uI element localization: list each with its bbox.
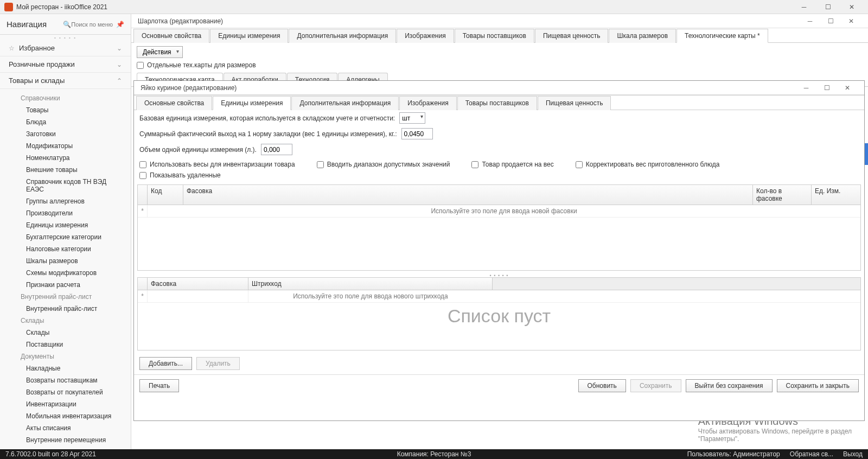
checkbox-byweight-input[interactable]: [471, 161, 478, 168]
dtab-basic[interactable]: Основные свойства: [136, 96, 212, 110]
tab-units[interactable]: Единицы измерения: [210, 29, 288, 43]
dtab-images[interactable]: Изображения: [399, 96, 456, 110]
item-mobinv[interactable]: Мобильная инвентаризация: [0, 410, 131, 422]
item-alrg[interactable]: Группы аллергенов: [0, 195, 131, 207]
dtab-nutri[interactable]: Пищевая ценность: [538, 96, 611, 110]
sidebar-goods[interactable]: Товары и склады ⌃: [0, 73, 131, 89]
item-ext[interactable]: Внешние товары: [0, 164, 131, 176]
col2-pack[interactable]: Фасовка: [148, 278, 248, 290]
dialog-close-button[interactable]: ✕: [837, 81, 858, 94]
item-mods[interactable]: Модификаторы: [0, 140, 131, 152]
chevron-down-icon: ⌄: [117, 61, 122, 68]
item-preps[interactable]: Заготовки: [0, 128, 131, 140]
item-supp[interactable]: Поставщики: [0, 339, 131, 350]
item-intpl[interactable]: Внутренний прайс-лист: [0, 303, 131, 315]
checkbox-byweight[interactable]: Товар продается на вес: [471, 161, 553, 168]
item-invoices[interactable]: Накладные: [0, 362, 131, 374]
tab-images[interactable]: Изображения: [397, 29, 454, 43]
checkbox-adjustweight-input[interactable]: [576, 161, 583, 168]
checkbox-showdeleted[interactable]: Показывать удаленные: [139, 171, 221, 179]
checkbox-showdeleted-input[interactable]: [139, 172, 146, 179]
save-button[interactable]: Сохранить: [630, 379, 681, 392]
sidebar-favorites[interactable]: ☆ Избранное ⌄: [0, 40, 131, 56]
col-unit[interactable]: Ед. Изм.: [812, 185, 860, 205]
actions-dropdown[interactable]: Действия: [137, 46, 183, 58]
new-barcode-hint[interactable]: Используйте это поле для ввода нового шт…: [248, 290, 493, 302]
checkbox-scales-input[interactable]: [139, 161, 146, 168]
tab-nutri[interactable]: Пищевая ценность: [535, 29, 609, 43]
sidebar-retail[interactable]: Розничные продажи ⌄: [0, 56, 131, 73]
close-button[interactable]: ✕: [840, 0, 864, 14]
status-feedback[interactable]: Обратная св...: [790, 450, 833, 458]
item-retsup[interactable]: Возвраты поставщикам: [0, 374, 131, 386]
status-version: 7.6.7002.0 built on 28 Apr 2021: [5, 450, 96, 458]
dialog-title: Яйко куриное (редактирование): [141, 84, 796, 92]
dtab-units[interactable]: Единицы измерения: [213, 96, 291, 110]
maximize-button[interactable]: ☐: [816, 0, 840, 14]
select-baseunit[interactable]: [399, 112, 425, 124]
dtab-suppgoods[interactable]: Товары поставщиков: [457, 96, 537, 110]
sidebar-search-label[interactable]: Поиск по меню: [71, 21, 113, 28]
refresh-button[interactable]: Обновить: [578, 379, 626, 392]
drag-handle[interactable]: • • • • •: [0, 35, 131, 40]
tab-techcards[interactable]: Технологические карты *: [676, 29, 768, 43]
doc-close-button[interactable]: ✕: [841, 15, 861, 28]
input-volume[interactable]: [261, 144, 292, 155]
doc-maximize-button[interactable]: ☐: [820, 15, 841, 28]
item-units[interactable]: Единицы измерения: [0, 219, 131, 231]
item-scales[interactable]: Шкалы размеров: [0, 255, 131, 267]
checkbox-sizes[interactable]: Отдельные тех.карты для размеров: [137, 61, 256, 69]
exit-nosave-button[interactable]: Выйти без сохранения: [686, 379, 773, 392]
new-row2-pack[interactable]: [148, 290, 248, 302]
item-goods[interactable]: Товары: [0, 104, 131, 116]
save-close-button[interactable]: Сохранить и закрыть: [777, 379, 859, 392]
item-taxcat[interactable]: Налоговые категории: [0, 243, 131, 255]
input-factout[interactable]: [401, 128, 433, 139]
app-icon: [4, 3, 13, 11]
add-button[interactable]: Добавить...: [139, 357, 192, 370]
doc-title: Шарлотка (редактирование): [138, 17, 800, 25]
item-wo[interactable]: Акты списания: [0, 422, 131, 434]
tab-basic[interactable]: Основные свойства: [133, 29, 209, 43]
item-acccat[interactable]: Бухгалтерские категории: [0, 231, 131, 243]
doc-minimize-button[interactable]: ─: [800, 15, 820, 28]
col2-bar[interactable]: Штрихкод: [248, 278, 493, 290]
pin-icon[interactable]: 📌: [116, 21, 124, 28]
checkbox-adjustweight[interactable]: Корректировать вес приготовленного блюда: [576, 161, 720, 168]
item-nomen[interactable]: Номенклатура: [0, 152, 131, 164]
print-button[interactable]: Печать: [139, 379, 179, 392]
statusbar: 7.6.7002.0 built on 28 Apr 2021 Компания…: [0, 449, 868, 459]
item-calc[interactable]: Признаки расчета: [0, 279, 131, 291]
delete-button[interactable]: Удалить: [196, 357, 240, 370]
tab-suppgoods[interactable]: Товары поставщиков: [455, 29, 534, 43]
grid-barcodes: Фасовка Штрихкод * Используйте это поле …: [137, 277, 861, 350]
new-row-handle[interactable]: *: [138, 205, 148, 217]
item-retcust[interactable]: Возвраты от покупателей: [0, 386, 131, 398]
item-invent[interactable]: Инвентаризации: [0, 398, 131, 410]
col-code[interactable]: Код: [148, 185, 183, 205]
item-dishes[interactable]: Блюда: [0, 116, 131, 128]
tab-addinfo[interactable]: Дополнительная информация: [289, 29, 396, 43]
col-qty[interactable]: Кол-во в фасовке: [753, 185, 812, 205]
item-manu[interactable]: Производители: [0, 207, 131, 219]
new-row2-handle[interactable]: *: [138, 290, 148, 302]
grid-splitter[interactable]: • • • • •: [134, 273, 864, 277]
dtab-addinfo[interactable]: Дополнительная информация: [291, 96, 399, 110]
checkbox-sizes-input[interactable]: [137, 62, 144, 69]
dialog-minimize-button[interactable]: ─: [796, 81, 816, 94]
minimize-button[interactable]: ─: [792, 0, 816, 14]
new-pack-hint[interactable]: Используйте это поле для ввода новой фас…: [148, 205, 860, 217]
checkbox-range[interactable]: Вводить диапазон допустимых значений: [317, 161, 450, 168]
col-pack[interactable]: Фасовка: [183, 185, 753, 205]
item-stores2[interactable]: Склады: [0, 327, 131, 339]
dialog-maximize-button[interactable]: ☐: [816, 81, 837, 94]
item-tncodes[interactable]: Справочник кодов ТН ВЭД ЕАЭС: [0, 176, 131, 195]
cat-docs: Документы: [0, 350, 131, 362]
tab-sizescale[interactable]: Шкала размеров: [609, 29, 676, 43]
item-modsch[interactable]: Схемы модификаторов: [0, 267, 131, 279]
item-intm[interactable]: Внутренние перемещения: [0, 434, 131, 446]
checkbox-range-input[interactable]: [317, 161, 324, 168]
checkbox-scales[interactable]: Использовать весы для инвентаризации тов…: [139, 161, 295, 168]
favorites-label: Избранное: [19, 44, 117, 52]
status-exit[interactable]: Выход: [843, 450, 863, 458]
